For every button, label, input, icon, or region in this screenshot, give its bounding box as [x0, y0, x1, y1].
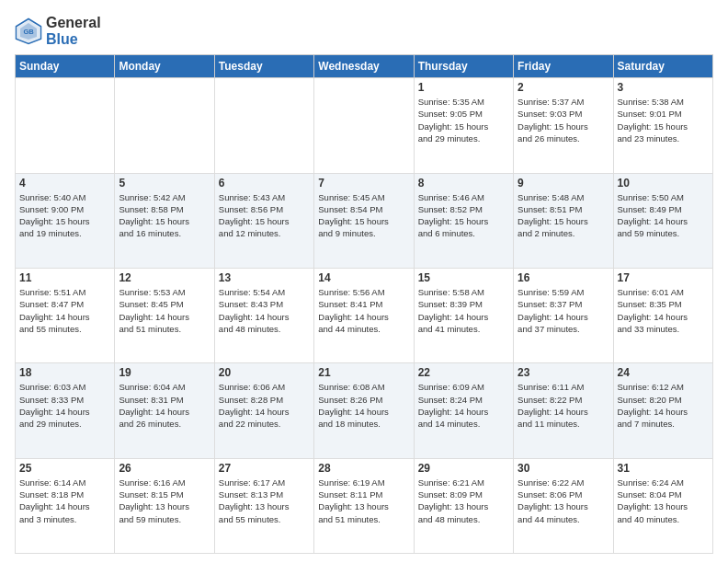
day-info: Sunrise: 6:22 AM Sunset: 8:06 PM Dayligh… — [518, 477, 609, 525]
calendar-cell-0-3 — [314, 78, 414, 173]
calendar-cell-4-6: 31Sunrise: 6:24 AM Sunset: 8:04 PM Dayli… — [613, 458, 712, 553]
weekday-header-sunday: Sunday — [16, 55, 115, 78]
calendar-cell-3-4: 22Sunrise: 6:09 AM Sunset: 8:24 PM Dayli… — [414, 363, 513, 458]
day-info: Sunrise: 6:06 AM Sunset: 8:28 PM Dayligh… — [219, 381, 310, 430]
calendar-cell-2-5: 16Sunrise: 5:59 AM Sunset: 8:37 PM Dayli… — [514, 268, 613, 362]
day-number: 10 — [618, 177, 709, 190]
calendar-cell-1-2: 6Sunrise: 5:43 AM Sunset: 8:56 PM Daylig… — [214, 173, 313, 268]
day-number: 28 — [318, 462, 409, 475]
calendar-cell-4-2: 27Sunrise: 6:17 AM Sunset: 8:13 PM Dayli… — [214, 458, 313, 553]
day-number: 26 — [119, 462, 210, 475]
day-number: 7 — [318, 177, 409, 190]
calendar-cell-1-0: 4Sunrise: 5:40 AM Sunset: 9:00 PM Daylig… — [16, 173, 115, 268]
calendar-week-3: 18Sunrise: 6:03 AM Sunset: 8:33 PM Dayli… — [16, 363, 713, 458]
calendar-week-1: 4Sunrise: 5:40 AM Sunset: 9:00 PM Daylig… — [16, 173, 713, 268]
calendar-cell-0-4: 1Sunrise: 5:35 AM Sunset: 9:05 PM Daylig… — [414, 78, 513, 173]
calendar-cell-4-3: 28Sunrise: 6:19 AM Sunset: 8:11 PM Dayli… — [314, 458, 414, 553]
calendar-cell-0-2 — [214, 78, 313, 173]
day-info: Sunrise: 6:12 AM Sunset: 8:20 PM Dayligh… — [618, 381, 709, 430]
day-number: 22 — [418, 366, 509, 379]
day-number: 25 — [19, 462, 110, 475]
page: GB General Blue SundayMondayTuesdayWedne… — [0, 0, 728, 563]
day-number: 17 — [618, 271, 709, 284]
day-info: Sunrise: 5:37 AM Sunset: 9:03 PM Dayligh… — [518, 96, 609, 144]
day-info: Sunrise: 5:38 AM Sunset: 9:01 PM Dayligh… — [618, 96, 709, 144]
day-number: 19 — [119, 366, 210, 379]
weekday-header-friday: Friday — [514, 55, 613, 78]
day-number: 6 — [219, 177, 310, 190]
header: GB General Blue — [15, 15, 713, 47]
day-number: 8 — [418, 177, 509, 190]
day-info: Sunrise: 6:11 AM Sunset: 8:22 PM Dayligh… — [518, 381, 609, 430]
day-number: 18 — [19, 366, 110, 379]
logo-text: General Blue — [46, 15, 101, 47]
logo: GB General Blue — [15, 15, 101, 47]
calendar-cell-2-0: 11Sunrise: 5:51 AM Sunset: 8:47 PM Dayli… — [16, 268, 115, 362]
day-info: Sunrise: 6:17 AM Sunset: 8:13 PM Dayligh… — [219, 477, 310, 525]
day-info: Sunrise: 5:43 AM Sunset: 8:56 PM Dayligh… — [219, 191, 310, 240]
day-number: 29 — [418, 462, 509, 475]
day-info: Sunrise: 6:08 AM Sunset: 8:26 PM Dayligh… — [318, 381, 409, 430]
day-number: 5 — [119, 177, 210, 190]
day-number: 21 — [318, 366, 409, 379]
calendar-cell-4-1: 26Sunrise: 6:16 AM Sunset: 8:15 PM Dayli… — [115, 458, 214, 553]
day-number: 14 — [318, 271, 409, 284]
weekday-header-saturday: Saturday — [613, 55, 712, 78]
calendar-cell-3-2: 20Sunrise: 6:06 AM Sunset: 8:28 PM Dayli… — [214, 363, 313, 458]
weekday-header-row: SundayMondayTuesdayWednesdayThursdayFrid… — [16, 55, 713, 78]
calendar-cell-1-4: 8Sunrise: 5:46 AM Sunset: 8:52 PM Daylig… — [414, 173, 513, 268]
day-info: Sunrise: 6:09 AM Sunset: 8:24 PM Dayligh… — [418, 381, 509, 430]
calendar-cell-3-6: 24Sunrise: 6:12 AM Sunset: 8:20 PM Dayli… — [613, 363, 712, 458]
svg-text:GB: GB — [23, 28, 34, 36]
day-number: 20 — [219, 366, 310, 379]
day-number: 3 — [618, 81, 709, 94]
calendar-cell-4-5: 30Sunrise: 6:22 AM Sunset: 8:06 PM Dayli… — [514, 458, 613, 553]
calendar-cell-1-1: 5Sunrise: 5:42 AM Sunset: 8:58 PM Daylig… — [115, 173, 214, 268]
day-info: Sunrise: 6:01 AM Sunset: 8:35 PM Dayligh… — [618, 286, 709, 335]
day-number: 24 — [618, 366, 709, 379]
day-info: Sunrise: 5:54 AM Sunset: 8:43 PM Dayligh… — [219, 286, 310, 335]
day-info: Sunrise: 5:35 AM Sunset: 9:05 PM Dayligh… — [418, 96, 509, 144]
day-number: 15 — [418, 271, 509, 284]
day-number: 31 — [618, 462, 709, 475]
calendar-cell-2-1: 12Sunrise: 5:53 AM Sunset: 8:45 PM Dayli… — [115, 268, 214, 362]
day-info: Sunrise: 5:58 AM Sunset: 8:39 PM Dayligh… — [418, 286, 509, 335]
day-number: 12 — [119, 271, 210, 284]
day-number: 1 — [418, 81, 509, 94]
day-info: Sunrise: 6:21 AM Sunset: 8:09 PM Dayligh… — [418, 477, 509, 525]
weekday-header-wednesday: Wednesday — [314, 55, 414, 78]
calendar-cell-4-0: 25Sunrise: 6:14 AM Sunset: 8:18 PM Dayli… — [16, 458, 115, 553]
day-number: 4 — [19, 177, 110, 190]
calendar-cell-0-5: 2Sunrise: 5:37 AM Sunset: 9:03 PM Daylig… — [514, 78, 613, 173]
day-info: Sunrise: 5:48 AM Sunset: 8:51 PM Dayligh… — [518, 191, 609, 240]
day-info: Sunrise: 5:51 AM Sunset: 8:47 PM Dayligh… — [19, 286, 110, 335]
day-info: Sunrise: 5:50 AM Sunset: 8:49 PM Dayligh… — [618, 191, 709, 240]
day-info: Sunrise: 5:40 AM Sunset: 9:00 PM Dayligh… — [19, 191, 110, 240]
day-number: 23 — [518, 366, 609, 379]
calendar-cell-1-6: 10Sunrise: 5:50 AM Sunset: 8:49 PM Dayli… — [613, 173, 712, 268]
day-info: Sunrise: 6:16 AM Sunset: 8:15 PM Dayligh… — [119, 477, 210, 525]
day-info: Sunrise: 5:56 AM Sunset: 8:41 PM Dayligh… — [318, 286, 409, 335]
calendar-cell-2-3: 14Sunrise: 5:56 AM Sunset: 8:41 PM Dayli… — [314, 268, 414, 362]
calendar-cell-2-4: 15Sunrise: 5:58 AM Sunset: 8:39 PM Dayli… — [414, 268, 513, 362]
day-info: Sunrise: 5:46 AM Sunset: 8:52 PM Dayligh… — [418, 191, 509, 240]
day-info: Sunrise: 5:59 AM Sunset: 8:37 PM Dayligh… — [518, 286, 609, 335]
weekday-header-monday: Monday — [115, 55, 214, 78]
day-number: 30 — [518, 462, 609, 475]
calendar-cell-4-4: 29Sunrise: 6:21 AM Sunset: 8:09 PM Dayli… — [414, 458, 513, 553]
day-number: 27 — [219, 462, 310, 475]
day-number: 9 — [518, 177, 609, 190]
calendar-cell-3-1: 19Sunrise: 6:04 AM Sunset: 8:31 PM Dayli… — [115, 363, 214, 458]
calendar-cell-2-6: 17Sunrise: 6:01 AM Sunset: 8:35 PM Dayli… — [613, 268, 712, 362]
day-info: Sunrise: 5:53 AM Sunset: 8:45 PM Dayligh… — [119, 286, 210, 335]
calendar-cell-1-3: 7Sunrise: 5:45 AM Sunset: 8:54 PM Daylig… — [314, 173, 414, 268]
day-info: Sunrise: 6:24 AM Sunset: 8:04 PM Dayligh… — [618, 477, 709, 525]
weekday-header-thursday: Thursday — [414, 55, 513, 78]
day-number: 13 — [219, 271, 310, 284]
calendar: SundayMondayTuesdayWednesdayThursdayFrid… — [15, 54, 713, 554]
calendar-cell-1-5: 9Sunrise: 5:48 AM Sunset: 8:51 PM Daylig… — [514, 173, 613, 268]
logo-icon: GB — [15, 17, 42, 45]
day-info: Sunrise: 6:04 AM Sunset: 8:31 PM Dayligh… — [119, 381, 210, 430]
calendar-cell-3-0: 18Sunrise: 6:03 AM Sunset: 8:33 PM Dayli… — [16, 363, 115, 458]
calendar-cell-3-3: 21Sunrise: 6:08 AM Sunset: 8:26 PM Dayli… — [314, 363, 414, 458]
